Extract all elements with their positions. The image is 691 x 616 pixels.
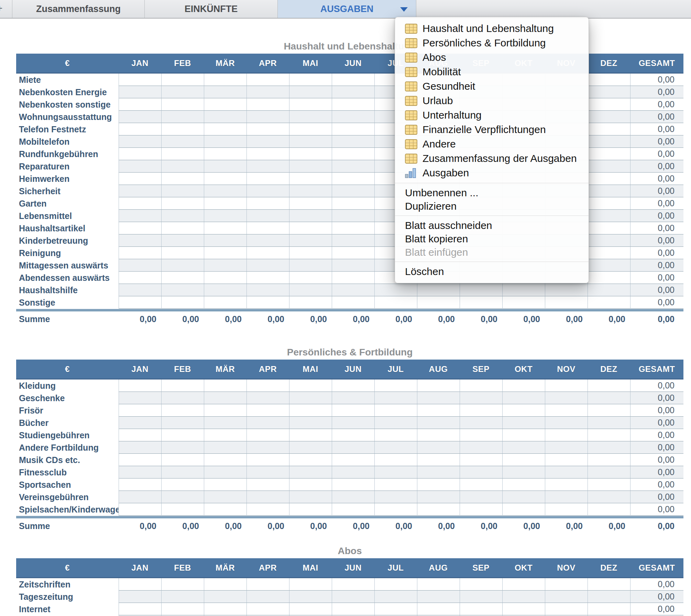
month-cell[interactable] [119,429,161,441]
menu-action-blatt-kopieren[interactable]: Blatt kopieren [395,232,589,245]
column-header-month[interactable]: AUG [417,558,460,578]
row-total-cell[interactable]: 0,00 [630,123,683,135]
month-cell[interactable] [588,417,630,429]
month-cell[interactable] [374,296,417,309]
summe-month-value[interactable]: 0,00 [289,311,332,327]
month-cell[interactable] [332,234,374,247]
month-cell[interactable] [460,478,502,491]
month-cell[interactable] [588,429,630,441]
column-header-month[interactable]: JUN [332,360,374,380]
month-cell[interactable] [246,429,289,441]
month-cell[interactable] [332,148,374,160]
month-cell[interactable] [119,111,161,123]
month-cell[interactable] [289,417,332,429]
summe-month-value[interactable]: 0,00 [246,518,289,534]
month-cell[interactable] [588,197,630,210]
table-title[interactable]: Abos [16,546,683,558]
month-cell[interactable] [204,74,246,86]
month-cell[interactable] [119,98,161,111]
month-cell[interactable] [246,247,289,259]
row-label[interactable]: Internet [16,603,119,615]
month-cell[interactable] [417,417,460,429]
row-label[interactable]: Wohnungsausstattung [16,111,119,123]
month-cell[interactable] [460,417,502,429]
month-cell[interactable] [204,160,246,173]
column-header-month[interactable]: SEP [460,360,502,380]
month-cell[interactable] [289,503,332,516]
month-cell[interactable] [289,247,332,259]
month-cell[interactable] [246,417,289,429]
month-cell[interactable] [161,392,204,404]
month-cell[interactable] [417,284,460,296]
month-cell[interactable] [332,222,374,234]
month-cell[interactable] [289,404,332,417]
row-total-cell[interactable]: 0,00 [630,234,683,247]
month-cell[interactable] [588,111,630,123]
row-total-cell[interactable]: 0,00 [630,111,683,123]
month-cell[interactable] [417,491,460,503]
month-cell[interactable] [332,578,374,591]
summe-month-value[interactable]: 0,00 [374,518,417,534]
month-cell[interactable] [374,603,417,615]
month-cell[interactable] [502,284,545,296]
summe-month-value[interactable]: 0,00 [204,518,246,534]
month-cell[interactable] [289,74,332,86]
row-total-cell[interactable]: 0,00 [630,591,683,603]
month-cell[interactable] [332,392,374,404]
row-label[interactable]: Mobiltelefon [16,135,119,148]
column-header-currency[interactable]: € [16,558,119,578]
month-cell[interactable] [332,441,374,454]
column-header-month[interactable]: FEB [161,54,204,74]
summe-month-value[interactable]: 0,00 [417,311,460,327]
month-cell[interactable] [246,111,289,123]
summe-total-value[interactable]: 0,00 [630,518,683,534]
row-label[interactable]: Studiengebühren [16,429,119,441]
month-cell[interactable] [332,123,374,135]
month-cell[interactable] [545,466,588,478]
month-cell[interactable] [119,454,161,466]
column-header-month[interactable]: NOV [545,360,588,380]
month-cell[interactable] [374,429,417,441]
summe-row-label[interactable]: Summe [16,311,119,327]
month-cell[interactable] [374,454,417,466]
month-cell[interactable] [417,591,460,603]
month-cell[interactable] [204,284,246,296]
menu-item-sheet-5[interactable]: Gesundheit [395,79,589,94]
month-cell[interactable] [289,160,332,173]
month-cell[interactable] [332,296,374,309]
month-cell[interactable] [332,478,374,491]
menu-item-sheet-11[interactable]: Ausgaben [395,166,589,180]
month-cell[interactable] [545,429,588,441]
month-cell[interactable] [119,222,161,234]
month-cell[interactable] [588,466,630,478]
row-label[interactable]: Haushaltshilfe [16,284,119,296]
month-cell[interactable] [374,578,417,591]
month-cell[interactable] [289,210,332,222]
menu-action-umbenennen[interactable]: Umbenennen ... [395,186,589,199]
month-cell[interactable] [204,478,246,491]
month-cell[interactable] [246,160,289,173]
month-cell[interactable] [374,392,417,404]
column-header-currency[interactable]: € [16,360,119,380]
month-cell[interactable] [588,478,630,491]
month-cell[interactable] [545,417,588,429]
month-cell[interactable] [246,296,289,309]
month-cell[interactable] [246,503,289,516]
row-total-cell[interactable]: 0,00 [630,135,683,148]
month-cell[interactable] [502,429,545,441]
row-total-cell[interactable]: 0,00 [630,284,683,296]
month-cell[interactable] [161,148,204,160]
month-cell[interactable] [246,185,289,197]
month-cell[interactable] [119,210,161,222]
month-cell[interactable] [119,197,161,210]
month-cell[interactable] [417,429,460,441]
month-cell[interactable] [289,148,332,160]
month-cell[interactable] [588,578,630,591]
month-cell[interactable] [119,491,161,503]
month-cell[interactable] [289,466,332,478]
month-cell[interactable] [161,503,204,516]
month-cell[interactable] [246,210,289,222]
menu-item-sheet-8[interactable]: Finanzielle Verpflichtungen [395,122,589,137]
month-cell[interactable] [246,234,289,247]
month-cell[interactable] [417,441,460,454]
